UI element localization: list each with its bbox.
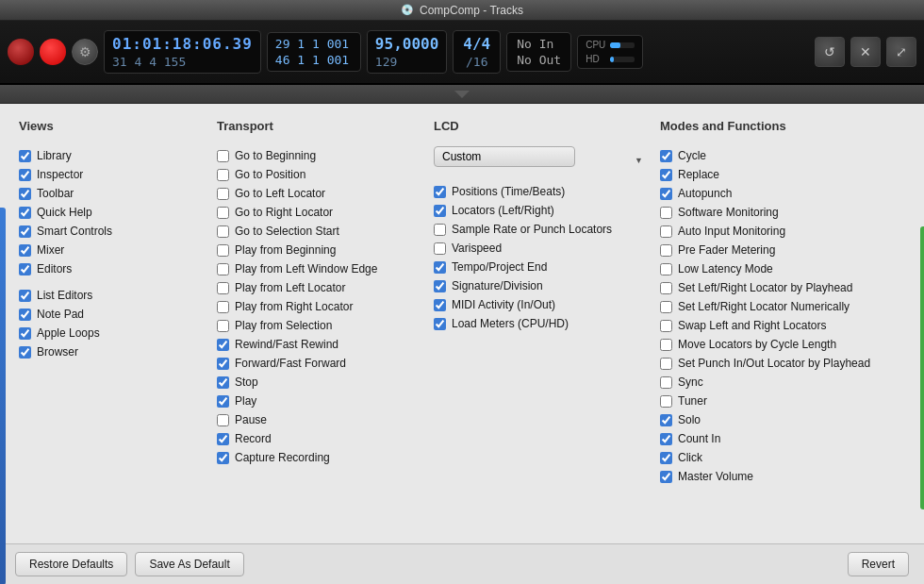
list-item[interactable]: Tuner (660, 392, 905, 410)
list-item[interactable]: Quick Help (19, 203, 207, 222)
list-item[interactable]: Autopunch (660, 184, 905, 203)
checkbox[interactable] (217, 150, 229, 162)
list-item[interactable]: Click (660, 448, 905, 467)
locator-display[interactable]: 29 1 1 001 46 1 1 001 (267, 32, 361, 72)
checkbox[interactable] (19, 169, 31, 181)
list-item[interactable]: Sync (660, 373, 905, 392)
list-item[interactable]: Go to Beginning (217, 146, 424, 165)
list-item[interactable]: Positions (Time/Beats) (434, 182, 651, 201)
checkbox[interactable] (19, 309, 31, 321)
list-item[interactable]: Go to Right Locator (217, 203, 424, 222)
lcd-dropdown-wrapper[interactable]: Custom Beats & Project Time (434, 146, 651, 175)
close-button[interactable] (8, 39, 34, 65)
checkbox[interactable] (660, 376, 672, 389)
checkbox[interactable] (19, 346, 31, 359)
inout-display[interactable]: No In No Out (506, 32, 571, 72)
list-item[interactable]: Apple Loops (19, 324, 207, 342)
checkbox[interactable] (217, 169, 229, 181)
list-item[interactable]: Auto Input Monitoring (660, 222, 905, 241)
list-item[interactable]: Record (217, 429, 424, 448)
checkbox[interactable] (660, 150, 672, 162)
list-item[interactable]: Mixer (19, 241, 207, 259)
checkbox[interactable] (434, 186, 446, 198)
checkbox[interactable] (660, 471, 672, 483)
list-item[interactable]: Go to Selection Start (217, 222, 424, 241)
settings-button[interactable]: ⚙ (72, 39, 98, 65)
checkbox[interactable] (217, 263, 229, 275)
list-item[interactable]: Set Left/Right Locator Numerically (660, 297, 905, 316)
list-item[interactable]: Editors (19, 259, 207, 278)
checkbox[interactable] (19, 327, 31, 340)
list-item[interactable]: Play from Left Window Edge (217, 259, 424, 278)
list-item[interactable]: Browser (19, 342, 207, 361)
checkbox[interactable] (660, 301, 672, 313)
checkbox[interactable] (660, 207, 672, 219)
lcd-dropdown[interactable]: Custom Beats & Project Time (434, 146, 575, 167)
list-item[interactable]: Play from Beginning (217, 241, 424, 259)
time-display[interactable]: 01:01:18:06.39 31 4 4 155 (104, 30, 261, 74)
list-item[interactable]: Sample Rate or Punch Locators (434, 220, 651, 239)
checkbox[interactable] (217, 452, 229, 464)
record-button[interactable] (40, 39, 66, 65)
checkbox[interactable] (660, 433, 672, 445)
checkbox[interactable] (217, 414, 229, 426)
list-item[interactable]: Play from Right Locator (217, 297, 424, 316)
checkbox[interactable] (19, 188, 31, 200)
list-item[interactable]: Load Meters (CPU/HD) (434, 314, 651, 333)
checkbox[interactable] (217, 339, 229, 351)
checkbox[interactable] (217, 320, 229, 332)
loop-button[interactable]: ↺ (815, 37, 845, 67)
save-as-default-button[interactable]: Save As Default (135, 552, 243, 576)
checkbox[interactable] (660, 395, 672, 408)
checkbox[interactable] (434, 242, 446, 255)
checkbox[interactable] (660, 282, 672, 294)
checkbox[interactable] (19, 290, 31, 302)
list-item[interactable]: Play (217, 392, 424, 410)
list-item[interactable]: Solo (660, 410, 905, 429)
checkbox[interactable] (217, 207, 229, 219)
list-item[interactable]: Inspector (19, 165, 207, 184)
list-item[interactable]: Smart Controls (19, 222, 207, 241)
list-item[interactable]: Pause (217, 410, 424, 429)
list-item[interactable]: Varispeed (434, 239, 651, 258)
checkbox[interactable] (217, 358, 229, 370)
revert-button[interactable]: Revert (848, 552, 909, 576)
checkbox[interactable] (434, 299, 446, 311)
list-item[interactable]: List Editors (19, 286, 207, 305)
list-item[interactable]: Set Punch In/Out Locator by Playhead (660, 354, 905, 373)
checkbox[interactable] (217, 244, 229, 257)
list-item[interactable]: Capture Recording (217, 448, 424, 467)
checkbox[interactable] (434, 318, 446, 330)
expand-button[interactable]: ⤢ (886, 37, 916, 67)
signature-display[interactable]: 4/4 /16 (453, 30, 501, 74)
list-item[interactable]: Move Locators by Cycle Length (660, 335, 905, 354)
list-item[interactable]: MIDI Activity (In/Out) (434, 295, 651, 314)
checkbox[interactable] (660, 244, 672, 257)
checkbox[interactable] (19, 225, 31, 238)
checkbox[interactable] (660, 339, 672, 351)
checkbox[interactable] (19, 207, 31, 219)
checkbox[interactable] (217, 395, 229, 408)
checkbox[interactable] (434, 224, 446, 236)
checkbox[interactable] (660, 263, 672, 275)
list-item[interactable]: Go to Position (217, 165, 424, 184)
checkbox[interactable] (19, 150, 31, 162)
checkbox[interactable] (660, 452, 672, 464)
list-item[interactable]: Forward/Fast Forward (217, 354, 424, 373)
list-item[interactable]: Swap Left and Right Locators (660, 316, 905, 335)
checkbox[interactable] (660, 414, 672, 426)
list-item[interactable]: Play from Selection (217, 316, 424, 335)
list-item[interactable]: Toolbar (19, 184, 207, 203)
checkbox[interactable] (660, 320, 672, 332)
checkbox[interactable] (660, 169, 672, 181)
checkbox[interactable] (217, 282, 229, 294)
list-item[interactable]: Tempo/Project End (434, 258, 651, 276)
checkbox[interactable] (19, 263, 31, 275)
list-item[interactable]: Stop (217, 373, 424, 392)
checkbox[interactable] (217, 376, 229, 389)
checkbox[interactable] (19, 244, 31, 257)
checkbox[interactable] (660, 188, 672, 200)
list-item[interactable]: Library (19, 146, 207, 165)
list-item[interactable]: Master Volume (660, 467, 905, 486)
list-item[interactable]: Cycle (660, 146, 905, 165)
